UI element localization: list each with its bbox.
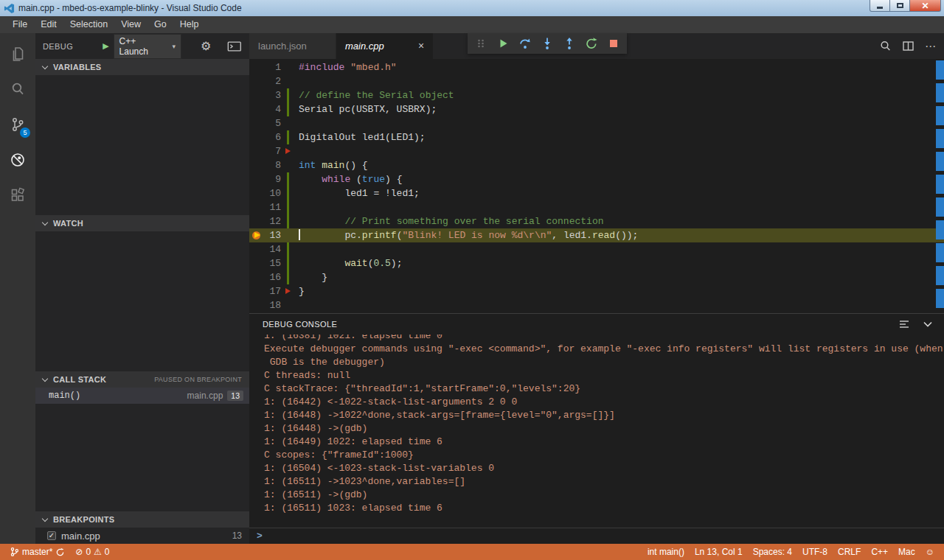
eol-item[interactable]: CRLF xyxy=(833,544,866,560)
error-icon: ⊘ xyxy=(75,547,83,557)
problems-item[interactable]: ⊘ 0 ⚠ 0 xyxy=(70,544,114,560)
branch-icon xyxy=(10,547,19,557)
code-line[interactable]: 14 xyxy=(249,242,944,256)
code-text: } xyxy=(299,284,944,298)
extensions-icon xyxy=(9,186,27,204)
menu-edit[interactable]: Edit xyxy=(34,16,63,33)
breakpoint-gutter[interactable] xyxy=(249,284,266,298)
collapse-panel-icon[interactable] xyxy=(922,318,934,330)
breakpoint-gutter[interactable] xyxy=(249,298,266,312)
menu-go[interactable]: Go xyxy=(148,16,173,33)
step-out-button[interactable] xyxy=(562,37,577,50)
code-line[interactable]: 7 xyxy=(249,144,944,158)
configure-gear-icon[interactable]: ⚙ xyxy=(201,39,211,53)
code-line[interactable]: 2 xyxy=(249,74,944,88)
line-number: 7 xyxy=(266,144,281,158)
menu-file[interactable]: File xyxy=(6,16,34,33)
menu-selection[interactable]: Selection xyxy=(63,16,114,33)
tab-main-cpp[interactable]: main.cpp × xyxy=(336,33,434,59)
minimize-button[interactable] xyxy=(870,0,890,12)
step-over-button[interactable] xyxy=(518,37,532,50)
code-line[interactable]: 1#include "mbed.h" xyxy=(249,60,944,74)
code-line[interactable]: 18 xyxy=(249,298,944,312)
maximize-button[interactable] xyxy=(890,0,910,12)
code-line[interactable]: 8int main() { xyxy=(249,158,944,172)
start-debug-button[interactable]: ▶ xyxy=(103,41,108,51)
section-breakpoints[interactable]: BREAKPOINTS xyxy=(35,511,249,528)
encoding-item[interactable]: UTF-8 xyxy=(797,544,833,560)
code-text xyxy=(299,74,944,88)
breakpoint-gutter[interactable] xyxy=(249,228,266,242)
code-line[interactable]: 13 pc.printf("Blink! LED is now %d\r\n",… xyxy=(249,228,944,242)
restart-button[interactable] xyxy=(584,37,599,50)
menu-view[interactable]: View xyxy=(114,16,148,33)
symbol-item[interactable]: int main() xyxy=(642,544,690,560)
breakpoint-gutter[interactable] xyxy=(249,102,266,116)
breakpoint-row[interactable]: ✓ main.cpp 13 xyxy=(35,528,249,544)
breakpoint-gutter[interactable] xyxy=(249,74,266,88)
activity-search[interactable] xyxy=(0,71,35,107)
code-line[interactable]: 12 // Print something over the serial co… xyxy=(249,214,944,228)
breakpoint-gutter[interactable] xyxy=(249,88,266,102)
code-line[interactable]: 9 while (true) { xyxy=(249,172,944,186)
breakpoint-gutter[interactable] xyxy=(249,214,266,228)
breakpoint-gutter[interactable] xyxy=(249,116,266,130)
breakpoint-gutter[interactable] xyxy=(249,256,266,270)
stack-frame-row[interactable]: main() main.cpp 13 xyxy=(35,388,249,404)
chevron-down-icon: ▾ xyxy=(173,43,176,50)
console-lines[interactable]: 1: (16381) 1021: elapsed time 0Execute d… xyxy=(249,335,944,528)
code-line[interactable]: 5 xyxy=(249,116,944,130)
console-filter-icon[interactable] xyxy=(898,318,910,330)
activity-debug[interactable] xyxy=(0,142,35,178)
overview-ruler[interactable] xyxy=(936,60,944,312)
activity-extensions[interactable] xyxy=(0,178,35,213)
breakpoint-gutter[interactable] xyxy=(249,130,266,144)
debug-console-toggle-icon[interactable] xyxy=(227,40,242,53)
continue-button[interactable] xyxy=(496,37,510,50)
section-watch[interactable]: WATCH xyxy=(35,215,249,231)
breakpoint-gutter[interactable] xyxy=(249,242,266,256)
tab-close-icon[interactable]: × xyxy=(418,40,424,52)
section-call-stack[interactable]: CALL STACK PAUSED ON BREAKPOINT xyxy=(35,371,249,388)
editor[interactable]: 1#include "mbed.h"23// define the Serial… xyxy=(249,59,944,313)
git-added-bar xyxy=(287,200,289,214)
git-branch-item[interactable]: master* xyxy=(4,544,70,560)
code-line[interactable]: 6DigitalOut led1(LED1); xyxy=(249,130,944,144)
breakpoint-gutter[interactable] xyxy=(249,270,266,284)
breakpoint-gutter[interactable] xyxy=(249,172,266,186)
code-line[interactable]: 15 wait(0.5); xyxy=(249,256,944,270)
close-button[interactable]: ✕ xyxy=(910,0,941,12)
code-line[interactable]: 10 led1 = !led1; xyxy=(249,186,944,200)
keymap-item[interactable]: Mac xyxy=(893,544,920,560)
code-line[interactable]: 11 xyxy=(249,200,944,214)
cursor-position-item[interactable]: Ln 13, Col 1 xyxy=(690,544,748,560)
breakpoint-gutter[interactable] xyxy=(249,60,266,74)
indentation-item[interactable]: Spaces: 4 xyxy=(748,544,797,560)
scm-badge: 5 xyxy=(20,127,30,138)
menu-help[interactable]: Help xyxy=(173,16,206,33)
more-actions-icon[interactable]: ⋯ xyxy=(925,40,937,53)
tab-launch-json[interactable]: launch.json xyxy=(249,33,336,59)
language-item[interactable]: C++ xyxy=(866,544,893,560)
stop-button[interactable] xyxy=(606,37,621,50)
toolbar-drag-handle[interactable] xyxy=(473,37,488,50)
code-line[interactable]: 16 } xyxy=(249,270,944,284)
code-line[interactable]: 4Serial pc(USBTX, USBRX); xyxy=(249,102,944,116)
code-line[interactable]: 17} xyxy=(249,284,944,298)
breakpoint-gutter[interactable] xyxy=(249,200,266,214)
breakpoint-checkbox[interactable]: ✓ xyxy=(47,531,56,540)
split-editor-icon[interactable] xyxy=(902,40,914,52)
call-stack-content: main() main.cpp 13 xyxy=(35,388,249,511)
launch-config-dropdown[interactable]: C++ Launch ▾ xyxy=(114,34,181,59)
breakpoint-gutter[interactable] xyxy=(249,158,266,172)
code-line[interactable]: 3// define the Serial object xyxy=(249,88,944,102)
console-input[interactable]: > xyxy=(249,528,944,544)
feedback-item[interactable]: ☺ xyxy=(920,544,940,560)
activity-source-control[interactable]: 5 xyxy=(0,107,35,142)
step-into-button[interactable] xyxy=(540,37,555,50)
breakpoint-gutter[interactable] xyxy=(249,186,266,200)
open-changes-icon[interactable] xyxy=(879,40,892,52)
breakpoint-gutter[interactable] xyxy=(249,144,266,158)
section-variables[interactable]: VARIABLES xyxy=(35,59,249,75)
activity-explorer[interactable] xyxy=(0,36,35,71)
